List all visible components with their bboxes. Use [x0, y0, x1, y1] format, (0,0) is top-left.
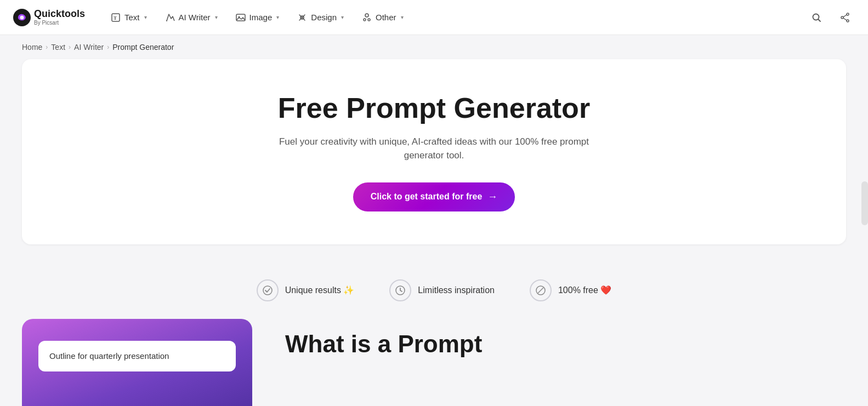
- svg-rect-5: [236, 14, 245, 21]
- search-button[interactable]: [807, 8, 826, 27]
- breadcrumb-text[interactable]: Text: [51, 43, 65, 52]
- nav-item-ai-writer[interactable]: AI Writer ▾: [157, 8, 225, 27]
- nav-item-image[interactable]: Image ▾: [228, 8, 287, 27]
- logo[interactable]: Quicktools By Picsart: [13, 9, 85, 26]
- other-nav-icon: [361, 12, 372, 23]
- share-button[interactable]: [835, 8, 855, 27]
- nav-items: T Text ▾ AI Writer ▾ Image ▾ Design: [103, 8, 802, 27]
- breadcrumb-ai-writer[interactable]: AI Writer: [74, 43, 104, 52]
- text-chevron-icon: ▾: [144, 14, 147, 20]
- svg-point-4: [166, 20, 167, 21]
- hero-title: Free Prompt Generator: [44, 92, 824, 125]
- nav-design-label: Design: [311, 13, 337, 22]
- image-nav-icon: [235, 12, 246, 23]
- image-chevron-icon: ▾: [276, 14, 279, 20]
- nav-text-label: Text: [124, 13, 140, 22]
- no-cost-icon: [536, 285, 546, 295]
- svg-point-12: [847, 13, 849, 15]
- svg-point-1: [20, 15, 24, 19]
- breadcrumb-sep-2: ›: [69, 43, 71, 51]
- free-label: 100% free ❤️: [558, 285, 611, 295]
- breadcrumb: Home › Text › AI Writer › Prompt Generat…: [0, 35, 868, 59]
- breadcrumb-home[interactable]: Home: [22, 43, 42, 52]
- design-nav-icon: [297, 12, 308, 23]
- design-chevron-icon: ▾: [341, 14, 344, 20]
- breadcrumb-sep-1: ›: [46, 43, 48, 51]
- text-nav-icon: T: [110, 12, 121, 23]
- what-is-title: What is a Prompt: [285, 330, 482, 359]
- feature-limitless: Limitless inspiration: [389, 279, 495, 301]
- breadcrumb-current: Prompt Generator: [112, 43, 174, 52]
- svg-point-15: [263, 286, 272, 295]
- what-is-prefix: What is a: [285, 330, 398, 357]
- cta-label: Click to get started for free: [371, 192, 483, 202]
- svg-point-10: [368, 19, 370, 21]
- breadcrumb-sep-3: ›: [107, 43, 109, 51]
- logo-icon: [13, 9, 31, 26]
- cta-button[interactable]: Click to get started for free →: [353, 182, 515, 211]
- ai-writer-chevron-icon: ▾: [215, 14, 218, 20]
- demo-card: Outline for quarterly presentation: [22, 319, 252, 406]
- bottom-section: Outline for quarterly presentation What …: [0, 319, 868, 406]
- unique-icon-circle: [257, 279, 279, 301]
- ai-writer-nav-icon: [164, 12, 175, 23]
- logo-main-text: Quicktools: [34, 9, 85, 20]
- svg-point-11: [813, 14, 819, 20]
- unique-label: Unique results ✨: [285, 285, 355, 295]
- free-icon-circle: [530, 279, 552, 301]
- svg-point-9: [364, 19, 366, 21]
- what-is-bold: Prompt: [398, 330, 482, 357]
- nav-other-label: Other: [376, 13, 396, 22]
- hero-subtitle: Fuel your creativity with unique, AI-cra…: [270, 135, 599, 163]
- cta-arrow-icon: →: [487, 191, 497, 203]
- nav-right: [807, 8, 855, 27]
- nav-image-label: Image: [249, 13, 273, 22]
- what-is-section: What is a Prompt: [285, 319, 482, 370]
- share-icon: [839, 12, 850, 23]
- svg-point-13: [841, 16, 843, 19]
- svg-point-14: [847, 20, 849, 22]
- other-chevron-icon: ▾: [401, 14, 404, 20]
- hero-section: Free Prompt Generator Fuel your creativi…: [22, 59, 846, 244]
- nav-item-design[interactable]: Design ▾: [289, 8, 351, 27]
- timer-icon: [395, 285, 405, 295]
- svg-line-18: [538, 288, 543, 293]
- nav-item-text[interactable]: T Text ▾: [103, 8, 155, 27]
- nav-ai-writer-label: AI Writer: [179, 13, 211, 22]
- limitless-icon-circle: [389, 279, 411, 301]
- logo-sub-text: By Picsart: [34, 20, 85, 26]
- nav-item-other[interactable]: Other ▾: [354, 8, 411, 27]
- svg-point-8: [365, 14, 368, 17]
- demo-input-box: Outline for quarterly presentation: [38, 341, 236, 371]
- scrollbar[interactable]: [861, 181, 868, 225]
- check-circle-icon: [263, 285, 273, 295]
- navbar: Quicktools By Picsart T Text ▾ AI Writer…: [0, 0, 868, 35]
- svg-text:T: T: [114, 15, 117, 21]
- demo-input-text: Outline for quarterly presentation: [49, 351, 169, 361]
- limitless-label: Limitless inspiration: [418, 285, 495, 295]
- features-strip: Unique results ✨ Limitless inspiration 1…: [0, 262, 868, 319]
- feature-unique: Unique results ✨: [257, 279, 355, 301]
- search-icon: [811, 12, 822, 23]
- feature-free: 100% free ❤️: [530, 279, 611, 301]
